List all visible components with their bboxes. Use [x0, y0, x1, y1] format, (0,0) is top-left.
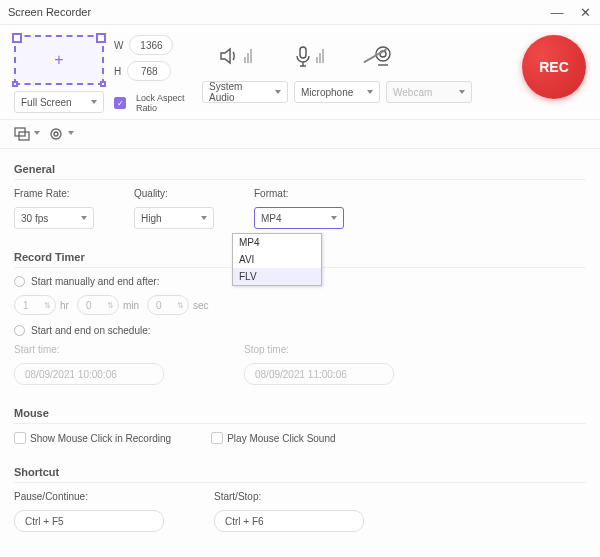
pause-shortcut-input[interactable]: [14, 510, 164, 532]
titlebar: Screen Recorder — ✕: [0, 0, 600, 24]
start-time-input[interactable]: [14, 363, 164, 385]
svg-point-6: [54, 132, 58, 136]
hours-spinner[interactable]: 1: [14, 295, 56, 315]
system-audio-select[interactable]: System Audio: [202, 81, 288, 103]
close-button[interactable]: ✕: [578, 5, 592, 19]
capture-mode-select[interactable]: Full Screen: [14, 91, 104, 113]
play-sound-label: Play Mouse Click Sound: [227, 433, 335, 444]
seconds-spinner[interactable]: 0: [147, 295, 189, 315]
capture-region[interactable]: +: [14, 35, 104, 85]
format-dropdown[interactable]: MP4 AVI FLV: [232, 233, 322, 286]
start-shortcut-input[interactable]: [214, 510, 364, 532]
minutes-spinner[interactable]: 0: [77, 295, 119, 315]
speaker-icon[interactable]: [212, 41, 258, 71]
start-shortcut-label: Start/Stop:: [214, 491, 364, 502]
svg-point-2: [380, 51, 386, 57]
svg-point-1: [376, 47, 390, 61]
svg-point-5: [51, 129, 61, 139]
lock-aspect-checkbox[interactable]: ✓: [114, 97, 126, 109]
stop-time-input[interactable]: [244, 363, 394, 385]
lock-aspect-label: Lock Aspect Ratio: [136, 93, 186, 113]
microphone-icon[interactable]: [286, 41, 332, 71]
webcam-icon[interactable]: [360, 41, 406, 71]
manual-label: Start manually and end after:: [31, 276, 159, 287]
schedule-label: Start and end on schedule:: [31, 325, 151, 336]
settings-tool-icon[interactable]: [48, 126, 66, 142]
height-input[interactable]: [127, 61, 171, 81]
mouse-section-title: Mouse: [14, 401, 586, 424]
record-button[interactable]: REC: [522, 35, 586, 99]
format-option-mp4[interactable]: MP4: [233, 234, 321, 251]
webcam-select[interactable]: Webcam: [386, 81, 472, 103]
general-section-title: General: [14, 157, 586, 180]
format-option-avi[interactable]: AVI: [233, 251, 321, 268]
frame-rate-select[interactable]: 30 fps: [14, 207, 94, 229]
show-click-label: Show Mouse Click in Recording: [30, 433, 171, 444]
show-click-checkbox[interactable]: ✓: [14, 432, 26, 444]
frame-rate-label: Frame Rate:: [14, 188, 94, 199]
schedule-radio[interactable]: [14, 325, 25, 336]
shortcut-section-title: Shortcut: [14, 460, 586, 483]
minimize-button[interactable]: —: [550, 5, 564, 19]
format-select[interactable]: MP4: [254, 207, 344, 229]
quality-label: Quality:: [134, 188, 214, 199]
width-input[interactable]: [129, 35, 173, 55]
screenshot-tool-icon[interactable]: [14, 126, 32, 142]
height-label: H: [114, 66, 121, 77]
quality-select[interactable]: High: [134, 207, 214, 229]
width-label: W: [114, 40, 123, 51]
microphone-select[interactable]: Microphone: [294, 81, 380, 103]
window-title: Screen Recorder: [8, 6, 91, 18]
format-label: Format:: [254, 188, 344, 199]
manual-radio[interactable]: [14, 276, 25, 287]
start-time-label: Start time:: [14, 344, 164, 355]
stop-time-label: Stop time:: [244, 344, 394, 355]
play-sound-checkbox[interactable]: ✓: [211, 432, 223, 444]
pause-shortcut-label: Pause/Continue:: [14, 491, 164, 502]
svg-rect-0: [300, 47, 306, 58]
format-option-flv[interactable]: FLV: [233, 268, 321, 285]
